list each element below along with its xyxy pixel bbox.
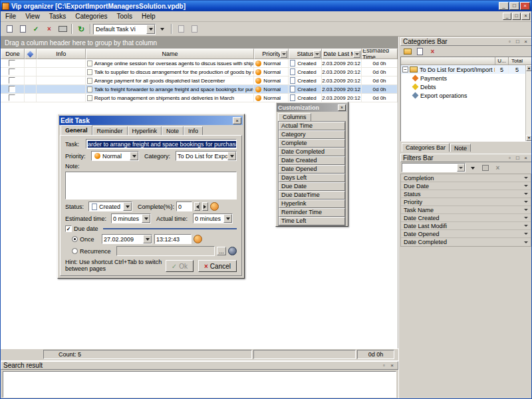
tree-scrollbar[interactable]: ▲ ▼ (525, 65, 531, 141)
view-options-button[interactable] (156, 23, 169, 35)
customization-titlebar[interactable]: Customization × (277, 103, 347, 112)
report-button[interactable] (174, 23, 188, 35)
done-checkbox[interactable] (9, 77, 15, 84)
complete-task-button[interactable]: ✓ (29, 23, 43, 35)
done-checkbox[interactable] (9, 68, 15, 75)
due-date-picker[interactable]: 27.02.2009 (102, 234, 152, 244)
export-button[interactable] (188, 23, 201, 35)
filter-row-task-name[interactable]: Task Name (401, 206, 531, 214)
priority-filter-icon[interactable] (280, 51, 287, 58)
clock-icon[interactable] (194, 235, 202, 243)
chevron-down-icon[interactable] (223, 214, 232, 223)
pin-icon[interactable]: ▫ (380, 362, 388, 369)
done-checkbox[interactable] (9, 86, 15, 92)
menu-tools[interactable]: Tools (112, 12, 137, 21)
maximize-icon[interactable]: □ (509, 2, 519, 10)
due-date-checkbox[interactable]: ✓ (65, 225, 72, 232)
chevron-down-icon[interactable] (227, 152, 236, 160)
filter-row-priority[interactable]: Priority (401, 198, 531, 206)
minimize-icon[interactable]: _ (499, 2, 509, 10)
filter-row-date-opened[interactable]: Date Opened (401, 230, 531, 238)
tab-hyperlink[interactable]: Hyperlink (128, 126, 162, 135)
column-header-info[interactable]: Info (37, 49, 86, 59)
maximize-icon[interactable]: □ (514, 155, 521, 162)
column-item-category[interactable]: Category (279, 130, 345, 139)
filter-row-date-created[interactable]: Date Created (401, 214, 531, 222)
filter-search-input[interactable] (402, 163, 466, 172)
column-item-days-left[interactable]: Days Left (279, 174, 345, 182)
tree-item-root[interactable]: − To Do List for Export/Import Managers … (401, 65, 531, 74)
search-result-list[interactable] (3, 371, 396, 398)
edit-filter-button[interactable] (479, 163, 491, 172)
recurrence-browse-button[interactable]: ... (217, 247, 226, 255)
tab-reminder[interactable]: Reminder (92, 126, 128, 135)
actual-time-combo[interactable]: 0 minutes (193, 213, 233, 223)
tree-item[interactable]: Export operations (401, 91, 531, 100)
done-checkbox[interactable] (9, 60, 15, 66)
mdi-minimize-icon[interactable]: _ (503, 13, 511, 20)
chevron-down-icon[interactable] (146, 25, 155, 34)
tab-general[interactable]: General (61, 125, 92, 135)
close-icon[interactable]: × (522, 39, 529, 45)
complete-dial-icon[interactable] (210, 202, 219, 211)
pin-icon[interactable]: ▫ (506, 39, 513, 45)
chevron-down-icon[interactable] (143, 235, 152, 243)
unread-column-header[interactable]: U... (495, 57, 508, 65)
column-header-date[interactable]: Date Last Moi (322, 49, 362, 59)
column-header-done[interactable]: Done (1, 49, 25, 59)
group-by-bar[interactable]: Drag a column header here to group by th… (1, 37, 398, 49)
mdi-restore-icon[interactable]: □ (512, 13, 521, 20)
cancel-button[interactable]: ×Cancel (198, 260, 237, 272)
close-icon[interactable]: × (233, 117, 241, 124)
table-row-selected[interactable]: Talk to freight forwarder to arrange fre… (1, 85, 398, 94)
collapse-icon[interactable]: − (402, 66, 408, 72)
tab-note[interactable]: Note (162, 126, 184, 135)
due-time-input[interactable]: 13:12:43 (154, 234, 192, 244)
tab-categories-bar[interactable]: Categories Bar (402, 143, 450, 152)
scroll-up-icon[interactable]: ▲ (526, 65, 532, 71)
column-item-date-completed[interactable]: Date Completed (279, 148, 345, 156)
apply-filter-button[interactable] (467, 163, 478, 172)
tree-item[interactable]: Debts (401, 82, 531, 91)
column-item-due-datetime[interactable]: Due DateTime (279, 191, 345, 200)
tab-columns[interactable]: Columns (278, 113, 311, 121)
menu-view[interactable]: View (21, 12, 45, 21)
once-radio[interactable] (72, 236, 78, 242)
date-filter-icon[interactable] (353, 51, 360, 58)
close-icon[interactable]: × (522, 155, 529, 162)
menu-help[interactable]: Help (137, 12, 160, 21)
category-combo[interactable]: To Do List for Export/Import (176, 151, 237, 161)
menu-tasks[interactable]: Tasks (45, 12, 71, 21)
chevron-down-icon[interactable] (457, 164, 465, 172)
column-item-reminder-time[interactable]: Reminder Time (279, 208, 345, 217)
chevron-down-icon[interactable] (130, 152, 138, 160)
delete-task-button[interactable]: × (43, 23, 56, 35)
tab-note[interactable]: Note (450, 144, 471, 152)
tab-info[interactable]: Info (184, 126, 203, 135)
column-header-name[interactable]: Name (86, 49, 255, 59)
menu-categories[interactable]: Categories (70, 12, 112, 21)
column-header-priority[interactable]: Priority (254, 49, 289, 59)
menu-file[interactable]: File (1, 12, 21, 21)
task-input[interactable]: arder to arrange freight and space booki… (86, 139, 237, 149)
column-header-estimated[interactable]: Estimated Time (362, 49, 398, 59)
maximize-icon[interactable]: □ (514, 39, 521, 45)
ok-button[interactable]: ✓Ok (166, 260, 194, 272)
title-bar[interactable]: Vip organizer [C:\ExportImportManagersSo… (1, 1, 531, 11)
column-item-time-left[interactable]: Time Left (279, 217, 345, 225)
filter-row-date-completed[interactable]: Date Completed (401, 238, 531, 246)
recurrence-radio[interactable] (72, 248, 78, 254)
column-item-actual-time[interactable]: Actual Time (279, 122, 345, 130)
edit-category-button[interactable] (414, 47, 426, 56)
tree-item[interactable]: Payments (401, 74, 531, 82)
print-button[interactable] (56, 23, 69, 35)
column-header-status[interactable]: Status (289, 49, 322, 59)
close-icon[interactable]: × (388, 362, 396, 369)
clear-filter-button[interactable]: × (492, 163, 503, 172)
filter-row-status[interactable]: Status (401, 190, 531, 198)
column-header-flag[interactable] (25, 49, 37, 59)
table-row[interactable]: Arrange online session for overseas agen… (1, 59, 398, 68)
edit-task-button[interactable] (16, 23, 29, 35)
filter-row-due-date[interactable]: Due Date (401, 182, 531, 190)
complete-increment-button[interactable] (202, 202, 208, 211)
